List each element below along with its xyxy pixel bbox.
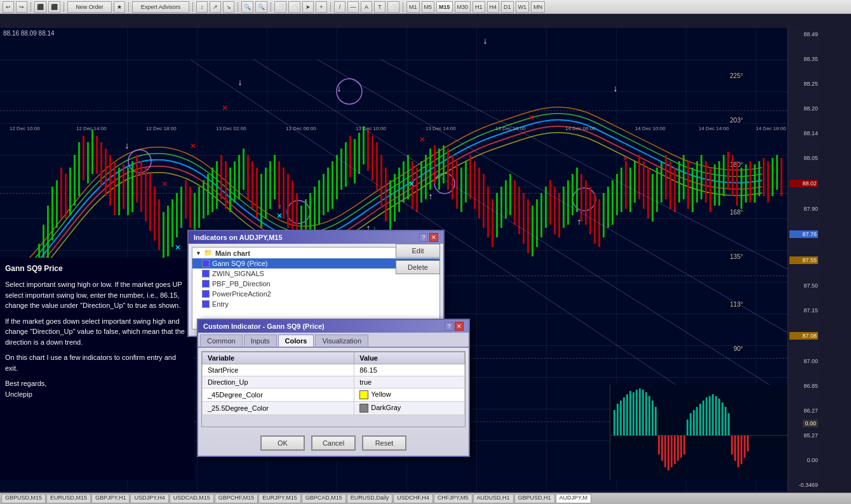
zoom-out-button[interactable]: 🔍: [255, 1, 267, 13]
cancel-button[interactable]: Cancel: [311, 435, 356, 451]
table-row[interactable]: _45Degree_Color Yellow: [203, 388, 465, 402]
zoom-in-button[interactable]: 🔍: [241, 1, 253, 13]
svg-rect-216: [677, 435, 679, 461]
svg-rect-210: [658, 435, 660, 454]
tab-eurjpy-m15[interactable]: EURJPY,M15: [258, 494, 300, 503]
tree-item-icon-5: [202, 300, 210, 308]
time-9: 14 Dec 06:00: [565, 126, 596, 131]
edit-button[interactable]: Edit: [396, 244, 440, 258]
star-button[interactable]: ★: [114, 1, 125, 13]
tab-gbpchf-m15[interactable]: GBPCHF,M15: [215, 494, 258, 503]
m15-button[interactable]: M15: [436, 1, 453, 13]
svg-point-0: [128, 150, 151, 173]
line-button[interactable]: /: [334, 1, 345, 13]
time-labels-row: 12 Dec 10:00 12 Dec 14:00 12 Dec 18:00 1…: [0, 124, 787, 133]
var-directionup: Direction_Up: [203, 376, 354, 388]
tab-eurusd-daily[interactable]: EURUSD,Daily: [347, 494, 393, 503]
tab-audjpy-m[interactable]: AUDJPY,M: [556, 494, 591, 503]
label-button[interactable]: T: [374, 1, 385, 13]
tab-gbpjpy-h1[interactable]: GBPJPY,H1: [91, 494, 130, 503]
tree-item-label-1: Gann SQ9 (Price): [212, 260, 267, 267]
tab-eurusd-m15[interactable]: EURUSD,M15: [46, 494, 91, 503]
svg-rect-211: [661, 435, 663, 461]
m5-button[interactable]: M5: [422, 1, 435, 13]
tree-item-pbf[interactable]: PBF_PB_Direction: [192, 279, 439, 289]
svg-rect-215: [674, 435, 676, 464]
table-row[interactable]: Direction_Up true: [203, 376, 465, 388]
indicators-help-button[interactable]: ?: [419, 233, 428, 242]
svg-text:↓: ↓: [483, 36, 488, 46]
custom-indicator-close-button[interactable]: ✕: [455, 322, 464, 331]
time-10: 14 Dec 10:00: [635, 126, 666, 131]
back-button[interactable]: ↩: [3, 1, 14, 13]
cursor-button[interactable]: ➤: [302, 1, 314, 13]
tab-visualization[interactable]: Visualization: [315, 335, 368, 347]
new-chart-button[interactable]: ⬛: [34, 1, 46, 13]
svg-rect-44: [211, 168, 213, 212]
w1-button[interactable]: W1: [516, 1, 530, 13]
svg-rect-131: [598, 199, 600, 247]
left-panel-p4: Best regards,Unclepip: [5, 378, 189, 399]
toolbar-btn-10[interactable]: ⬜: [387, 1, 399, 13]
svg-rect-127: [580, 174, 582, 222]
svg-rect-145: [660, 161, 662, 202]
var-45degree: _45Degree_Color: [203, 388, 354, 402]
delete-button[interactable]: Delete: [396, 260, 440, 274]
ci-table-wrapper[interactable]: Variable Value StartPrice 86.15 Directio…: [201, 351, 466, 427]
toolbar-btn-6[interactable]: ↗: [210, 1, 221, 13]
svg-text:↓: ↓: [238, 77, 243, 87]
tab-gbpcad-m15[interactable]: GBPCAD,M15: [302, 494, 346, 503]
main-container: 88.16 88.09 88.14 225° 203°: [0, 14, 851, 504]
svg-rect-209: [655, 407, 657, 435]
tab-gbpusd-h1[interactable]: GBPUSD,H1: [514, 494, 555, 503]
tab-usdchf-h4[interactable]: USDCHF,H4: [393, 494, 433, 503]
price-88-35: 88.35: [789, 56, 818, 62]
expert-advisors-button[interactable]: Expert Advisors: [132, 1, 189, 13]
svg-rect-16: [87, 142, 89, 183]
custom-indicator-help-button[interactable]: ?: [445, 322, 453, 331]
new-order-button[interactable]: New Order: [67, 1, 112, 13]
tab-common[interactable]: Common: [200, 335, 243, 347]
ok-button[interactable]: OK: [260, 435, 305, 451]
ci-col-variable: Variable: [203, 352, 354, 364]
toolbar-btn-9[interactable]: ⬜: [288, 1, 300, 13]
text-button[interactable]: A: [361, 1, 372, 13]
tab-gbpusd-m15[interactable]: GBPUSD,M15: [1, 494, 46, 503]
svg-rect-164: [745, 164, 747, 202]
svg-rect-171: [776, 155, 778, 190]
forward-button[interactable]: ↪: [16, 1, 27, 13]
toolbar-btn-5[interactable]: ↕: [196, 1, 208, 13]
templates-button[interactable]: ⬛: [48, 1, 60, 13]
svg-rect-76: [354, 139, 356, 183]
tab-colors[interactable]: Colors: [278, 335, 314, 347]
svg-rect-238: [744, 435, 746, 458]
svg-rect-15: [83, 136, 84, 180]
h1-button[interactable]: H1: [472, 1, 485, 13]
table-row[interactable]: _25.5Degree_Color DarkGray: [203, 402, 465, 415]
h4-button[interactable]: H4: [487, 1, 500, 13]
tab-chfjpy-m5[interactable]: CHFJPY,M5: [434, 494, 472, 503]
svg-rect-23: [118, 168, 120, 215]
svg-text:↑: ↑: [279, 203, 282, 210]
reset-button[interactable]: Reset: [362, 435, 406, 451]
m1-button[interactable]: M1: [406, 1, 420, 13]
hline-button[interactable]: —: [347, 1, 359, 13]
mn-button[interactable]: MN: [531, 1, 545, 13]
tree-item-entry[interactable]: Entry: [192, 299, 439, 309]
m30-button[interactable]: M30: [455, 1, 471, 13]
tab-audusd-h1[interactable]: AUDUSD,H1: [473, 494, 514, 503]
tab-usdjpy-h4[interactable]: USDJPY,H4: [130, 494, 168, 503]
d1-button[interactable]: D1: [501, 1, 514, 13]
grid-h-6: [0, 218, 787, 219]
svg-rect-106: [487, 187, 489, 237]
tree-item-powerpriceaction[interactable]: PowerPriceAction2: [192, 289, 439, 299]
svg-rect-169: [767, 161, 769, 202]
table-row[interactable]: StartPrice 86.15: [203, 364, 465, 376]
toolbar-btn-8[interactable]: ⬜: [274, 1, 286, 13]
toolbar-btn-7[interactable]: ↘: [223, 1, 234, 13]
separator-7: [330, 2, 331, 12]
tab-usdcad-m15[interactable]: USDCAD,M15: [170, 494, 214, 503]
crosshair-button[interactable]: +: [316, 1, 327, 13]
indicators-close-button[interactable]: ✕: [429, 233, 438, 242]
tab-inputs[interactable]: Inputs: [244, 335, 277, 347]
